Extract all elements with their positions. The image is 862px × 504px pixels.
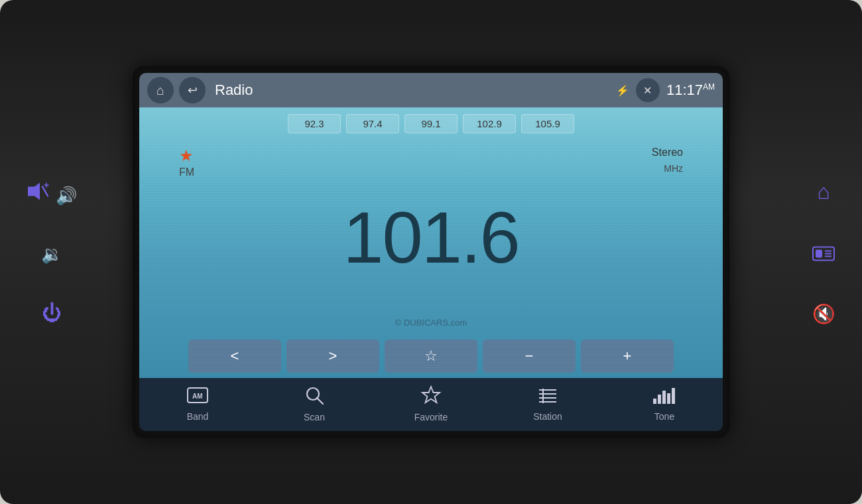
power-button[interactable]: ⏻: [42, 303, 62, 323]
band-icon: AM: [186, 385, 209, 409]
station-icon: [536, 385, 559, 409]
next-button[interactable]: >: [286, 340, 379, 373]
side-buttons-left: + 🔊 🔉 ⏻: [27, 182, 77, 323]
screen: ⌂ ↩ Radio ⚡ ✕ 11:17AM 92.3 97.4: [139, 73, 723, 431]
scan-icon: [304, 385, 325, 409]
tone-icon: [652, 385, 677, 409]
page-title: Radio: [215, 82, 253, 99]
band-label: Band: [187, 411, 209, 422]
svg-rect-20: [816, 250, 822, 258]
preset-btn-4[interactable]: 102.9: [463, 114, 516, 133]
favorite-icon: [420, 385, 442, 409]
home-button[interactable]: ⌂: [147, 77, 174, 103]
svg-rect-17: [667, 393, 670, 404]
svg-rect-18: [672, 388, 675, 404]
back-button[interactable]: ↩: [179, 77, 206, 103]
frequency-value: 101.6: [343, 201, 519, 274]
stereo-indicator: Stereo: [652, 147, 683, 158]
side-buttons-right: ⌂ 🔇: [812, 181, 835, 324]
frequency-display: ★ FM Stereo MHz 101.6 © DUBICARS.com: [139, 140, 723, 334]
svg-line-7: [317, 398, 323, 404]
time-ampm: AM: [703, 82, 715, 92]
volume-up-button[interactable]: + 🔊: [27, 182, 77, 205]
svg-rect-15: [658, 395, 661, 404]
station-label: Station: [533, 411, 562, 422]
radio-side-button[interactable]: [812, 242, 835, 265]
add-favorite-button[interactable]: ☆: [385, 340, 477, 373]
favorite-label: Favorite: [414, 412, 448, 422]
volume-down-button[interactable]: 🔉: [41, 245, 62, 263]
frequency-unit: MHz: [664, 163, 683, 174]
nav-item-station[interactable]: Station: [515, 385, 581, 422]
nav-item-scan[interactable]: Scan: [281, 385, 347, 422]
prev-button[interactable]: <: [188, 340, 281, 373]
nav-item-favorite[interactable]: Favorite: [398, 385, 464, 422]
control-buttons: < > ☆ − +: [139, 334, 723, 378]
preset-btn-5[interactable]: 105.9: [521, 114, 574, 133]
mute-side-button[interactable]: 🔇: [812, 305, 835, 324]
svg-rect-16: [662, 391, 666, 404]
preset-btn-1[interactable]: 92.3: [288, 114, 341, 133]
scan-label: Scan: [304, 412, 325, 422]
time-display: 11:17AM: [666, 82, 715, 99]
preset-btn-2[interactable]: 97.4: [346, 114, 399, 133]
screen-bezel: ⌂ ↩ Radio ⚡ ✕ 11:17AM 92.3 97.4: [133, 66, 729, 438]
bluetooth-icon: ⚡: [616, 84, 629, 97]
preset-bar: 92.3 97.4 99.1 102.9 105.9: [139, 107, 723, 140]
svg-rect-14: [653, 399, 656, 404]
favorite-star-indicator: ★: [179, 147, 194, 165]
frequency-plus-button[interactable]: +: [581, 340, 674, 373]
top-bar-right: ⚡ ✕ 11:17AM: [616, 78, 715, 102]
preset-btn-3[interactable]: 99.1: [404, 114, 458, 133]
home-side-button[interactable]: ⌂: [817, 181, 830, 202]
tone-label: Tone: [654, 411, 674, 422]
watermark: © DUBICARS.com: [395, 318, 467, 328]
svg-text:+: +: [44, 182, 49, 190]
time-value: 11:17: [666, 82, 703, 98]
car-panel: + 🔊 🔉 ⏻ ⌂ ↩ Radio ⚡ ✕ 11:17AM: [0, 0, 862, 504]
nav-item-tone[interactable]: Tone: [631, 385, 698, 422]
svg-marker-0: [28, 183, 40, 200]
svg-text:AM: AM: [192, 393, 203, 400]
close-button[interactable]: ✕: [636, 78, 660, 102]
main-content: 92.3 97.4 99.1 102.9 105.9 ★ FM Stereo M…: [139, 107, 723, 378]
bottom-nav: AM Band Scan: [139, 378, 723, 431]
nav-item-band[interactable]: AM Band: [164, 385, 231, 422]
frequency-minus-button[interactable]: −: [483, 340, 576, 373]
frequency-band: FM: [179, 166, 194, 178]
top-bar-left: ⌂ ↩ Radio: [147, 77, 253, 103]
svg-marker-8: [422, 387, 440, 403]
top-bar: ⌂ ↩ Radio ⚡ ✕ 11:17AM: [139, 73, 723, 107]
